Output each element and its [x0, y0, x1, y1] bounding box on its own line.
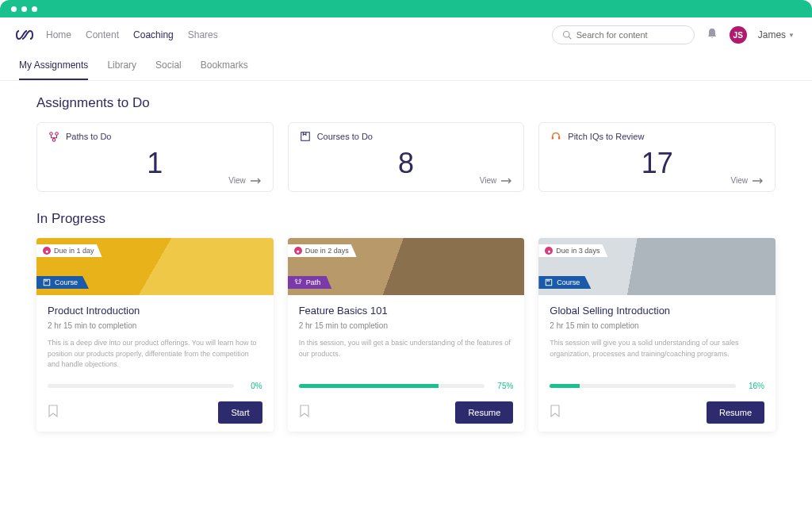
subnav-bookmarks[interactable]: Bookmarks [201, 53, 248, 80]
notifications-button[interactable] [706, 27, 718, 43]
course-icon [43, 278, 51, 286]
summary-head: Paths to Do [48, 131, 262, 142]
card-hero: ● Due in 3 days Course [538, 238, 776, 295]
summary-count: 17 [550, 147, 764, 180]
headset-icon [550, 131, 561, 142]
summary-head: Pitch IQs to Review [550, 131, 764, 142]
cards-row: ● Due in 1 day Course Product Introducti… [36, 238, 776, 432]
nav-content[interactable]: Content [86, 29, 119, 40]
card-hero: ● Due in 2 days Path [288, 238, 525, 295]
sub-nav: My Assignments Library Social Bookmarks [0, 53, 812, 81]
arrow-right-icon [753, 178, 764, 184]
bookmark-button[interactable] [299, 405, 310, 420]
summary-label: Courses to Do [317, 132, 373, 141]
subnav-library[interactable]: Library [107, 53, 136, 80]
card-body: Feature Basics 101 2 hr 15 min to comple… [288, 295, 525, 432]
nav-shares[interactable]: Shares [188, 29, 218, 40]
progress-bar [48, 384, 234, 388]
clock-icon: ● [545, 247, 553, 255]
svg-point-11 [299, 279, 301, 282]
svg-point-2 [50, 132, 53, 136]
search-input[interactable] [576, 30, 672, 40]
summary-view-link[interactable]: View [228, 176, 262, 185]
bookmark-button[interactable] [48, 405, 59, 420]
progress-card[interactable]: ● Due in 1 day Course Product Introducti… [36, 238, 274, 432]
progress-fill [299, 384, 439, 388]
infinity-icon [14, 29, 35, 41]
clock-icon: ● [43, 247, 51, 255]
subnav-assignments[interactable]: My Assignments [19, 53, 88, 80]
summary-head: Courses to Do [300, 131, 513, 142]
due-badge: ● Due in 2 days [288, 244, 357, 257]
card-description: This session will give you a solid under… [550, 338, 764, 370]
bookmark-button[interactable] [550, 405, 561, 420]
resume-button[interactable]: Resume [707, 401, 764, 424]
summary-card-courses[interactable]: Courses to Do 8 View [288, 122, 525, 192]
svg-rect-9 [44, 279, 50, 286]
due-label: Due in 1 day [54, 247, 94, 255]
arrow-right-icon [501, 178, 512, 184]
card-time: 2 hr 15 min to completion [550, 321, 764, 330]
due-label: Due in 3 days [556, 247, 599, 255]
svg-rect-7 [552, 136, 553, 140]
chevron-down-icon: ▼ [788, 32, 795, 39]
section-title-inprogress: In Progress [36, 211, 776, 227]
card-body: Global Selling Introduction 2 hr 15 min … [538, 295, 776, 432]
clock-icon: ● [294, 247, 302, 255]
card-body: Product Introduction 2 hr 15 min to comp… [36, 295, 274, 432]
window-dot[interactable] [32, 6, 37, 12]
summary-label: Paths to Do [66, 132, 111, 141]
card-description: This is a deep dive into our product off… [48, 338, 262, 370]
resume-button[interactable]: Resume [455, 401, 513, 424]
summary-view-link[interactable]: View [731, 176, 764, 185]
progress-fill [550, 384, 580, 388]
search-box[interactable] [552, 25, 695, 44]
nav-coaching[interactable]: Coaching [133, 29, 174, 40]
svg-point-10 [295, 279, 297, 282]
start-button[interactable]: Start [218, 401, 262, 424]
window-dot[interactable] [11, 6, 17, 12]
summary-row: Paths to Do 1 View Courses to Do 8 View [36, 122, 776, 192]
card-time: 2 hr 15 min to completion [299, 321, 514, 330]
window-titlebar [0, 0, 812, 17]
window-dot[interactable] [21, 6, 27, 12]
summary-view-link[interactable]: View [480, 176, 513, 185]
bookmark-icon [299, 405, 310, 417]
progress-percent: 16% [742, 382, 764, 390]
summary-count: 8 [300, 147, 513, 180]
arrow-right-icon [251, 178, 262, 184]
card-title: Product Introduction [48, 305, 262, 317]
user-menu[interactable]: James ▼ [758, 29, 795, 40]
progress-bar [299, 384, 485, 388]
subnav-social[interactable]: Social [155, 53, 182, 80]
type-label: Course [55, 278, 78, 286]
summary-count: 1 [48, 147, 262, 180]
avatar[interactable]: JS [730, 26, 747, 44]
bookmark-icon [48, 405, 59, 417]
bookmark-icon [550, 405, 561, 417]
bell-icon [706, 27, 718, 40]
section-title-todo: Assignments to Do [36, 95, 776, 111]
view-label: View [480, 176, 497, 185]
due-label: Due in 2 days [305, 247, 349, 255]
type-label: Course [557, 278, 580, 286]
summary-label: Pitch IQs to Review [568, 132, 644, 141]
progress-card[interactable]: ● Due in 3 days Course Global Selling In… [538, 238, 776, 432]
summary-card-paths[interactable]: Paths to Do 1 View [36, 122, 274, 192]
browser-frame: Home Content Coaching Shares JS James ▼ … [0, 0, 812, 522]
card-footer: Resume [550, 401, 764, 424]
logo[interactable] [14, 29, 35, 41]
card-footer: Resume [299, 401, 514, 424]
svg-point-0 [563, 32, 569, 38]
main-content: Assignments to Do Paths to Do 1 View Cou… [0, 81, 812, 447]
summary-card-pitchiq[interactable]: Pitch IQs to Review 17 View [538, 122, 776, 192]
card-description: In this session, you will get a basic un… [299, 338, 514, 370]
card-title: Global Selling Introduction [550, 305, 764, 317]
view-label: View [228, 176, 246, 185]
progress-card[interactable]: ● Due in 2 days Path Feature Basics 101 … [288, 238, 525, 432]
type-label: Path [306, 278, 321, 286]
type-badge: Course [538, 276, 591, 289]
svg-rect-6 [301, 132, 309, 141]
nav-home[interactable]: Home [46, 29, 71, 40]
card-time: 2 hr 15 min to completion [48, 321, 262, 330]
